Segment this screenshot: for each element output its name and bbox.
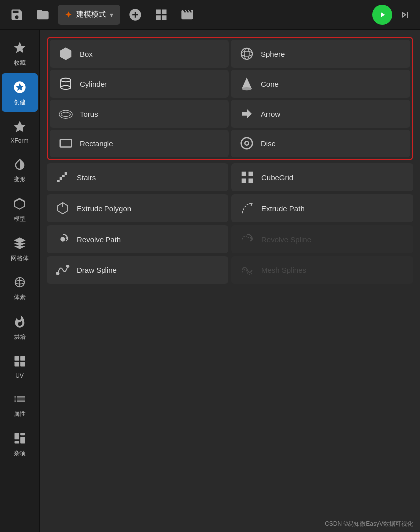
step-button[interactable] (396, 6, 414, 24)
cubegrid-item[interactable]: CubeGrid (231, 163, 413, 191)
extrude-polygon-label: Extrude Polygon (77, 204, 131, 213)
add-button[interactable] (124, 4, 146, 26)
uv-icon (11, 352, 29, 370)
deform-icon (11, 155, 29, 173)
save-button[interactable] (6, 4, 28, 26)
rectangle-icon (58, 135, 74, 151)
sidebar-item-props[interactable]: 属性 (2, 385, 38, 423)
svg-rect-9 (14, 441, 19, 444)
open-button[interactable] (32, 4, 54, 26)
create-icon (11, 78, 29, 96)
sidebar: 收藏 创建 XForm 变形 模型 (0, 30, 40, 532)
mesh-splines-label: Mesh Splines (261, 266, 306, 274)
watermark: CSDN ©易知微EasyV数据可视化 (325, 520, 413, 528)
sidebar-item-collect[interactable]: 收藏 (2, 34, 38, 72)
svg-point-14 (61, 78, 71, 82)
disc-item[interactable]: Disc (231, 130, 410, 157)
torus-label: Torus (80, 110, 98, 118)
sidebar-label-props: 属性 (14, 410, 26, 418)
selection-group: Box Sphere Cylinder (47, 37, 413, 160)
misc-icon (11, 429, 29, 447)
revolve-spline-item: Revolve Spline (231, 225, 413, 253)
sphere-label: Sphere (261, 50, 285, 58)
film-button[interactable] (176, 4, 198, 26)
sidebar-item-deform[interactable]: 变形 (2, 150, 38, 189)
sidebar-item-create[interactable]: 创建 (2, 73, 38, 112)
rectangle-item[interactable]: Rectangle (50, 130, 229, 157)
svg-rect-8 (20, 437, 25, 444)
play-button[interactable] (372, 5, 392, 25)
sidebar-item-model[interactable]: 模型 (2, 190, 38, 228)
sidebar-label-misc: 杂项 (14, 449, 26, 458)
svg-point-13 (244, 48, 249, 60)
stairs-item[interactable]: Stairs (47, 163, 228, 191)
sidebar-item-bake[interactable]: 烘焙 (2, 308, 38, 346)
torus-item[interactable]: Torus (50, 100, 229, 128)
cone-icon (239, 76, 255, 92)
sidebar-label-deform: 变形 (14, 175, 26, 184)
svg-point-23 (245, 141, 249, 145)
arrow-item[interactable]: Arrow (231, 100, 410, 128)
mode-icon: ✦ (65, 9, 72, 20)
svg-rect-21 (60, 140, 72, 147)
bake-icon (11, 313, 29, 331)
extrude-path-label: Extrude Path (261, 204, 305, 213)
svg-rect-6 (20, 362, 25, 366)
sidebar-item-misc[interactable]: 杂项 (2, 424, 38, 463)
arrow-label: Arrow (261, 110, 280, 118)
svg-point-29 (57, 272, 59, 275)
box-icon (58, 46, 74, 62)
revolve-spline-icon (239, 231, 255, 247)
cylinder-item[interactable]: Cylinder (50, 70, 229, 98)
cone-item[interactable]: Cone (231, 70, 410, 98)
svg-rect-5 (14, 362, 19, 366)
svg-point-28 (61, 237, 65, 241)
sidebar-label-model: 模型 (14, 215, 26, 223)
element-icon (11, 273, 29, 291)
box-item[interactable]: Box (50, 40, 229, 68)
top-toolbar: ✦ 建模模式 ▾ (0, 0, 420, 30)
sidebar-item-mesh[interactable]: 网格体 (2, 229, 38, 267)
stairs-icon (55, 169, 71, 185)
dropdown-arrow-icon: ▾ (110, 11, 113, 19)
revolve-path-item[interactable]: Revolve Path (47, 225, 228, 253)
sphere-item[interactable]: Sphere (231, 40, 410, 68)
selected-items-grid: Box Sphere Cylinder (50, 40, 410, 157)
extrude-path-icon (239, 200, 255, 216)
model-icon (11, 195, 29, 213)
svg-rect-7 (14, 433, 19, 440)
arrow-icon (239, 106, 255, 122)
revolve-path-label: Revolve Path (77, 235, 121, 244)
svg-point-18 (242, 87, 252, 90)
svg-rect-3 (14, 356, 19, 361)
box-label: Box (80, 50, 93, 58)
content-area: Box Sphere Cylinder (40, 30, 420, 532)
svg-point-12 (241, 51, 253, 56)
mode-label: 建模模式 (76, 10, 106, 19)
cubegrid-label: CubeGrid (261, 173, 293, 182)
mesh-icon (11, 234, 29, 252)
mode-button[interactable]: ✦ 建模模式 ▾ (58, 5, 120, 25)
disc-label: Disc (261, 139, 275, 148)
main-layout: 收藏 创建 XForm 变形 模型 (0, 30, 420, 532)
revolve-path-icon (55, 231, 71, 247)
sidebar-label-create: 创建 (14, 98, 26, 107)
extrude-polygon-item[interactable]: Extrude Polygon (47, 194, 228, 222)
sphere-icon (239, 46, 255, 62)
extrude-path-item[interactable]: Extrude Path (231, 194, 413, 222)
cone-label: Cone (261, 80, 279, 88)
draw-spline-item[interactable]: Draw Spline (47, 256, 228, 284)
extrude-polygon-icon (55, 200, 71, 216)
layout-button[interactable] (150, 4, 172, 26)
torus-icon (58, 106, 74, 122)
cylinder-icon (58, 76, 74, 92)
sidebar-item-element[interactable]: 体素 (2, 268, 38, 307)
sidebar-item-xform[interactable]: XForm (2, 113, 38, 149)
sidebar-label-collect: 收藏 (14, 59, 26, 67)
sidebar-label-xform: XForm (11, 137, 29, 144)
svg-point-22 (241, 138, 253, 149)
stairs-label: Stairs (77, 173, 96, 182)
sidebar-item-uv[interactable]: UV (2, 347, 38, 384)
cylinder-label: Cylinder (80, 80, 107, 88)
rectangle-label: Rectangle (80, 139, 113, 148)
